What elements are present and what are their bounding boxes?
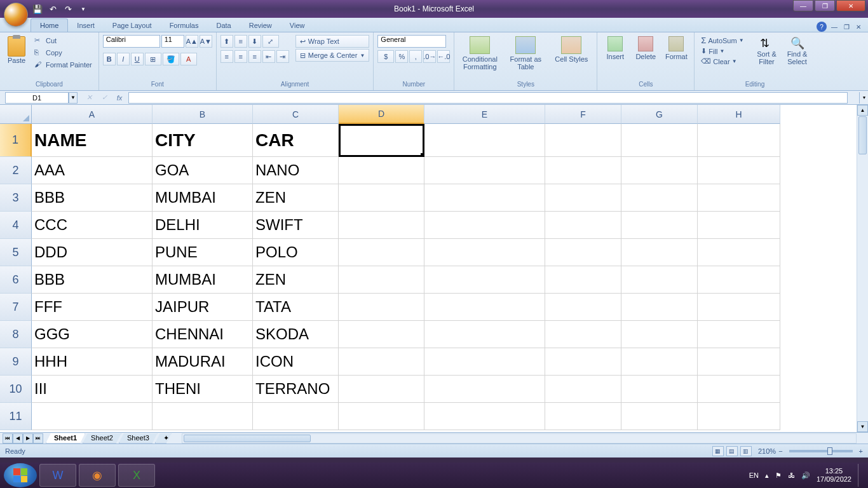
align-top-button[interactable]: ⬆ <box>220 35 233 48</box>
cell-E9[interactable] <box>424 348 545 376</box>
cell-H10[interactable] <box>698 376 780 403</box>
orientation-button[interactable]: ⤢ <box>262 35 279 48</box>
cell-F6[interactable] <box>545 266 621 294</box>
tray-volume-icon[interactable]: 🔊 <box>801 471 810 480</box>
conditional-formatting-button[interactable]: Conditional Formatting <box>458 35 501 72</box>
column-header-C[interactable]: C <box>253 105 339 124</box>
autosum-button[interactable]: ΣAutoSum▼ <box>698 35 746 46</box>
column-header-D[interactable]: D <box>339 105 424 124</box>
cell-E10[interactable] <box>424 376 545 403</box>
cell-D4[interactable] <box>339 212 424 239</box>
cell-C5[interactable]: POLO <box>253 239 339 266</box>
merge-center-button[interactable]: ⊟Merge & Center▼ <box>295 49 370 62</box>
cell-styles-button[interactable]: Cell Styles <box>550 35 593 64</box>
number-format-select[interactable]: General <box>377 35 446 48</box>
column-header-B[interactable]: B <box>153 105 253 124</box>
cell-B6[interactable]: MUMBAI <box>153 266 253 294</box>
cell-F7[interactable] <box>545 294 621 321</box>
row-header-9[interactable]: 9 <box>0 348 32 376</box>
name-box-dropdown[interactable]: ▼ <box>69 92 78 104</box>
qat-customize-icon[interactable]: ▼ <box>76 2 90 16</box>
grow-font-button[interactable]: A▲ <box>186 35 198 48</box>
sort-filter-button[interactable]: ⇅Sort & Filter <box>753 35 781 67</box>
cell-E8[interactable] <box>424 321 545 348</box>
cell-E2[interactable] <box>424 157 545 184</box>
row-header-1[interactable]: 1 <box>0 124 32 157</box>
column-header-E[interactable]: E <box>424 105 545 124</box>
row-header-3[interactable]: 3 <box>0 184 32 212</box>
percent-format-button[interactable]: % <box>395 50 408 63</box>
scroll-up-button[interactable]: ▲ <box>857 105 868 116</box>
cell-C10[interactable]: TERRANO <box>253 376 339 403</box>
clear-button[interactable]: ⌫Clear▼ <box>698 57 746 66</box>
zoom-in-button[interactable]: + <box>859 447 863 455</box>
cell-G2[interactable] <box>621 157 698 184</box>
wrap-text-button[interactable]: ↩Wrap Text <box>295 35 370 48</box>
increase-indent-button[interactable]: ⇥ <box>276 50 289 63</box>
cell-B3[interactable]: MUMBAI <box>153 184 253 212</box>
zoom-out-button[interactable]: − <box>778 447 782 455</box>
sheet-tab-1[interactable]: Sheet1 <box>46 433 85 444</box>
cell-A1[interactable]: NAME <box>32 124 153 157</box>
align-right-button[interactable]: ≡ <box>248 50 261 63</box>
restore-button[interactable]: ❐ <box>815 0 835 11</box>
cell-B1[interactable]: CITY <box>153 124 253 157</box>
cell-H4[interactable] <box>698 212 780 239</box>
cell-C4[interactable]: SWIFT <box>253 212 339 239</box>
cell-B10[interactable]: THENI <box>153 376 253 403</box>
hscroll-thumb[interactable] <box>184 435 311 442</box>
cell-A3[interactable]: BBB <box>32 184 153 212</box>
cell-B4[interactable]: DELHI <box>153 212 253 239</box>
formula-input[interactable] <box>128 92 848 104</box>
cell-A6[interactable]: BBB <box>32 266 153 294</box>
cell-E4[interactable] <box>424 212 545 239</box>
italic-button[interactable]: I <box>117 53 130 65</box>
new-sheet-button[interactable]: ✦ <box>155 433 172 444</box>
cell-H9[interactable] <box>698 348 780 376</box>
fill-button[interactable]: ⬇Fill▼ <box>698 46 746 56</box>
cell-F4[interactable] <box>545 212 621 239</box>
fx-button[interactable]: fx <box>113 92 126 104</box>
cell-H11[interactable] <box>698 403 780 430</box>
cell-C6[interactable]: ZEN <box>253 266 339 294</box>
start-button[interactable] <box>4 463 37 487</box>
cell-F10[interactable] <box>545 376 621 403</box>
ribbon-minimize-icon[interactable]: — <box>829 24 839 30</box>
format-as-table-button[interactable]: Format as Table <box>504 35 547 72</box>
save-icon[interactable]: 💾 <box>31 2 44 16</box>
name-box[interactable]: D1 <box>5 92 69 104</box>
font-size-select[interactable]: 11 <box>161 35 184 48</box>
format-cells-button[interactable]: Format <box>662 35 690 62</box>
cell-E6[interactable] <box>424 266 545 294</box>
zoom-slider[interactable] <box>789 450 853 452</box>
bold-button[interactable]: B <box>103 53 116 65</box>
decrease-decimal-button[interactable]: ←.0 <box>437 50 450 63</box>
row-header-2[interactable]: 2 <box>0 157 32 184</box>
sheet-tab-3[interactable]: Sheet3 <box>119 433 158 444</box>
taskbar-word-icon[interactable]: W <box>39 464 76 487</box>
cell-D9[interactable] <box>339 348 424 376</box>
sheet-nav-next[interactable]: ▶ <box>23 433 33 444</box>
cell-D3[interactable] <box>339 184 424 212</box>
cell-H8[interactable] <box>698 321 780 348</box>
ribbon-restore-icon[interactable]: ❐ <box>842 24 851 30</box>
tab-home[interactable]: Home <box>31 18 68 32</box>
minimize-button[interactable]: — <box>793 0 813 11</box>
taskbar-app-icon[interactable]: ◉ <box>79 464 116 487</box>
sheet-nav-first[interactable]: ⏮ <box>3 433 13 444</box>
cell-F11[interactable] <box>545 403 621 430</box>
format-painter-button[interactable]: 🖌Format Painter <box>32 59 95 71</box>
tab-insert[interactable]: Insert <box>68 19 104 32</box>
redo-icon[interactable]: ↷ <box>61 2 75 16</box>
cell-B5[interactable]: PUNE <box>153 239 253 266</box>
tray-clock[interactable]: 13:25 17/09/2022 <box>817 467 851 484</box>
cell-B7[interactable]: JAIPUR <box>153 294 253 321</box>
accounting-format-button[interactable]: $ <box>377 50 394 63</box>
cell-B11[interactable] <box>153 403 253 430</box>
cell-A4[interactable]: CCC <box>32 212 153 239</box>
cell-A9[interactable]: HHH <box>32 348 153 376</box>
cell-A10[interactable]: III <box>32 376 153 403</box>
align-left-button[interactable]: ≡ <box>220 50 233 63</box>
cell-D1[interactable] <box>339 124 424 157</box>
row-header-10[interactable]: 10 <box>0 376 32 403</box>
